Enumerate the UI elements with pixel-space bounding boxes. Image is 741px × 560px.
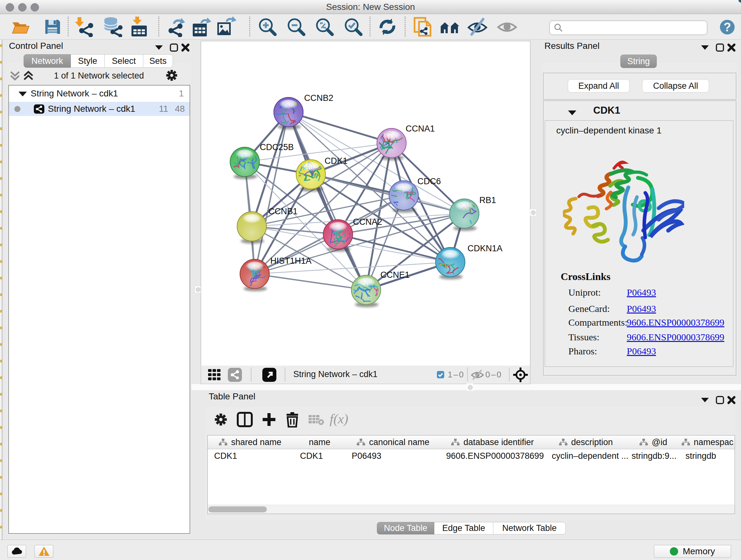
svg-text:CCNB2: CCNB2 xyxy=(304,93,333,103)
svg-text:CCNB1: CCNB1 xyxy=(268,206,298,216)
svg-text:CDK1: CDK1 xyxy=(325,156,347,166)
svg-text:CDKN1A: CDKN1A xyxy=(468,244,502,253)
svg-text:CCNE1: CCNE1 xyxy=(381,270,410,280)
svg-text:CDC25B: CDC25B xyxy=(260,142,294,152)
svg-text:CCNA2: CCNA2 xyxy=(353,217,382,227)
svg-text:HIST1H1A: HIST1H1A xyxy=(270,256,312,266)
svg-text:CCNA1: CCNA1 xyxy=(406,124,435,133)
svg-text:RB1: RB1 xyxy=(479,195,496,205)
svg-text:CDC6: CDC6 xyxy=(417,177,441,186)
